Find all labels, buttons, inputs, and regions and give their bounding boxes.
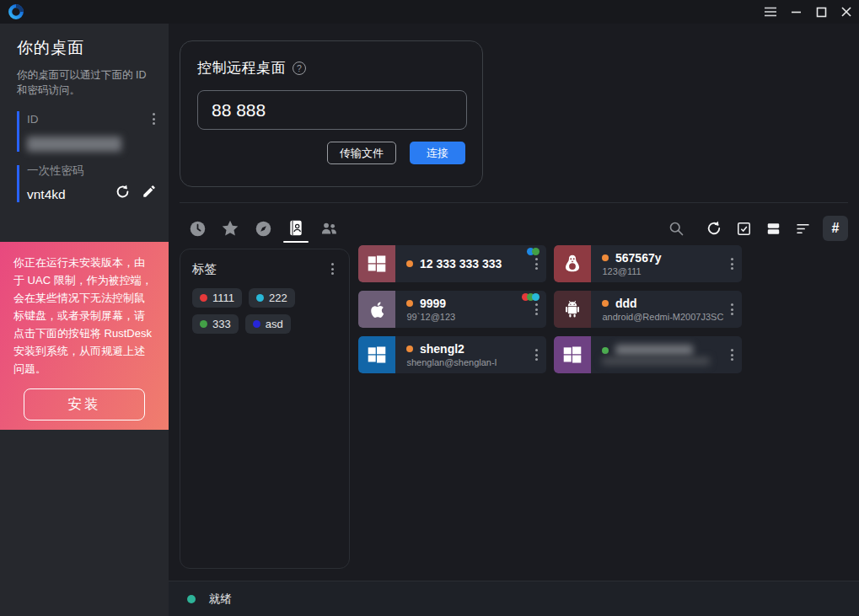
peer-subtitle: 123@111 [602,266,662,276]
peer-status-dot [602,300,609,307]
peer-card[interactable]: 567567y 123@111 [554,245,742,282]
app-menu-icon[interactable] [758,0,783,24]
control-remote-desktop-card: 控制远程桌面 ? 传输文件 连接 [180,40,483,187]
windows-logo-icon [554,336,591,373]
local-id-value-redacted [27,137,121,152]
title-bar [0,0,859,24]
tag-pill[interactable]: 333 [192,314,239,334]
rustdesk-window: 你的桌面 你的桌面可以通过下面的 ID 和密码访问。 ID 一次性密码 vnt4… [0,0,859,616]
peer-status-dot [602,254,609,261]
tag-pill[interactable]: 222 [249,288,295,308]
close-icon[interactable] [834,0,859,24]
peer-name: shengl2 [420,342,464,356]
connection-status-text: 就绪 [209,592,232,607]
rustdesk-logo-icon [8,3,24,20]
main-area: 控制远程桌面 ? 传输文件 连接 [169,24,859,616]
select-peers-icon[interactable] [734,219,753,238]
window-controls [758,0,859,24]
minimize-icon[interactable] [783,0,808,24]
tab-favorites[interactable] [221,214,239,243]
status-bar: 就绪 [169,581,859,616]
password-accent-bar [17,165,19,202]
peer-subtitle: android@Redmi-M2007J3SC [602,312,723,322]
peer-name: 567567y [615,251,662,265]
tag-color-dot [200,294,207,302]
peer-name: ddd [615,297,637,310]
uninstalled-warning-banner: 你正在运行未安装版本，由于 UAC 限制，作为被控端，会在某些情况下无法控制鼠标… [0,242,169,430]
one-time-password-label: 一次性密码 [27,163,158,179]
android-logo-icon [554,291,591,328]
search-icon[interactable] [667,219,685,238]
sort-icon[interactable] [793,219,812,238]
peer-menu-icon[interactable] [532,300,541,319]
edit-password-icon[interactable] [140,182,158,201]
apple-logo-icon [358,291,395,328]
tab-divider [180,202,848,203]
tag-color-dot [256,294,264,302]
tags-title: 标签 [192,261,217,277]
peer-status-dot [406,300,413,307]
warning-text: 你正在运行未安装版本，由于 UAC 限制，作为被控端，会在某些情况下无法控制鼠标… [13,254,155,378]
refresh-peers-icon[interactable] [705,219,723,238]
grid-view-icon[interactable]: # [823,216,848,241]
peer-status-dot [602,347,609,354]
tab-discovered[interactable] [254,214,272,243]
local-desktop-panel: 你的桌面 你的桌面可以通过下面的 ID 和密码访问。 ID 一次性密码 vnt4… [0,24,169,616]
linux-logo-icon [554,245,591,282]
id-menu-icon[interactable] [149,110,158,128]
maximize-icon[interactable] [808,0,834,24]
remote-id-input[interactable] [197,90,467,130]
peer-grid: 12 333 333 333 567567y 123@111 [358,245,742,373]
id-accent-bar [17,111,19,152]
peer-menu-icon[interactable] [727,300,737,319]
peer-name: 9999 [420,297,446,310]
card-view-icon[interactable] [764,219,782,238]
install-button[interactable]: 安装 [24,388,145,420]
help-icon[interactable]: ? [293,62,306,75]
peer-card[interactable]: 12 333 333 333 [358,245,546,282]
windows-logo-icon [358,245,395,282]
peer-card[interactable]: ddd android@Redmi-M2007J3SC [554,291,742,328]
tab-address-book[interactable] [287,214,305,243]
one-time-password-section: 一次性密码 vnt4kd [17,163,158,202]
sidebar-description: 你的桌面可以通过下面的 ID 和密码访问。 [0,59,169,98]
peer-menu-icon[interactable] [532,345,541,364]
peer-name-redacted [615,345,693,356]
one-time-password-value: vnt4kd [27,187,66,202]
peer-subtitle-redacted [602,357,710,365]
tag-pill[interactable]: 1111 [192,288,242,308]
transfer-file-button[interactable]: 传输文件 [327,142,396,164]
connection-status-dot [187,595,196,603]
peer-status-dot [406,345,413,352]
tags-menu-icon[interactable] [328,260,337,278]
peer-card[interactable] [554,336,742,373]
peer-card[interactable]: 9999 99`12@123 [358,291,546,328]
peer-tab-bar: # [180,208,848,249]
peer-card[interactable]: shengl2 shenglan@shenglan-l [358,336,546,373]
refresh-password-icon[interactable] [113,182,132,201]
tab-recent-sessions[interactable] [188,214,207,243]
peer-status-dot [406,260,413,267]
active-tab-underline [283,241,309,244]
control-remote-title: 控制远程桌面 [197,58,286,78]
connect-button[interactable]: 连接 [410,142,465,164]
tag-color-dot [253,320,260,328]
peer-name: 12 333 333 333 [420,257,502,271]
tab-group[interactable] [319,214,338,243]
sidebar-title: 你的桌面 [0,24,169,59]
tag-pill[interactable]: asd [245,314,291,334]
peer-toolbar: # [667,216,848,241]
peer-menu-icon[interactable] [727,254,737,273]
id-label: ID [27,113,39,126]
peer-menu-icon[interactable] [532,254,541,273]
peer-subtitle: shenglan@shenglan-l [406,357,497,367]
tag-color-dot [200,320,207,328]
windows-logo-icon [358,336,395,373]
local-id-section: ID [17,110,158,152]
peer-menu-icon[interactable] [727,345,737,364]
peer-subtitle: 99`12@123 [406,312,455,322]
tags-panel: 标签 1111 222 333 asd [180,249,350,569]
tag-list: 1111 222 333 asd [192,288,337,334]
